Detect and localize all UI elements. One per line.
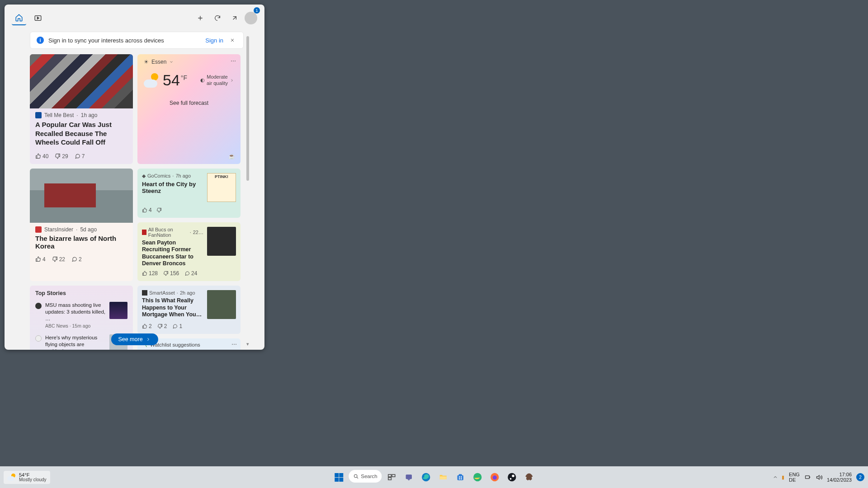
location-dropdown-icon[interactable]: [169, 60, 174, 64]
forecast-arrow-icon[interactable]: [230, 78, 234, 83]
tray-overflow-button[interactable]: [773, 474, 778, 480]
expand-button[interactable]: [227, 11, 242, 25]
home-tab[interactable]: [12, 11, 26, 25]
svg-rect-10: [459, 476, 460, 478]
news-image: [30, 169, 133, 223]
tray-app-icon[interactable]: ▮: [782, 474, 784, 480]
volume-icon[interactable]: [816, 474, 822, 481]
news-card-car-recall[interactable]: Tell Me Best · 1h ago A Popular Car Was …: [30, 54, 133, 164]
info-icon: i: [37, 37, 44, 44]
svg-point-18: [512, 475, 515, 478]
svg-rect-3: [392, 474, 396, 477]
banner-close-button[interactable]: [228, 38, 237, 43]
signin-link[interactable]: Sign in: [205, 37, 223, 44]
news-card-comic[interactable]: ◆ GoComics· 7h ago Heart of the City by …: [137, 169, 241, 218]
scrollbar[interactable]: [246, 36, 249, 181]
signin-banner: i Sign in to sync your interests across …: [30, 32, 244, 49]
taskbar-weather-widget[interactable]: 54°F Mostly cloudy: [4, 471, 50, 484]
comment-button[interactable]: 2: [71, 256, 82, 263]
notification-center-button[interactable]: 2: [856, 473, 864, 481]
weather-temp: 54: [163, 71, 180, 89]
news-age: 1h ago: [81, 112, 98, 118]
scroll-down-icon[interactable]: ▾: [246, 341, 249, 347]
dislike-button[interactable]: 2: [157, 323, 167, 329]
svg-rect-20: [805, 475, 809, 478]
app-button[interactable]: [522, 470, 537, 484]
see-more-button[interactable]: See more: [111, 333, 158, 345]
like-button[interactable]: 2: [142, 323, 152, 329]
weather-icon-small: ☀: [144, 59, 149, 65]
news-card-mortgage[interactable]: SmartAsset· 2h ago This Is What Really H…: [137, 286, 241, 334]
comment-button[interactable]: 24: [184, 270, 197, 277]
svg-rect-8: [458, 475, 463, 480]
top-stories-heading: Top Stories: [35, 290, 127, 296]
steam-button[interactable]: [505, 470, 519, 484]
like-button[interactable]: 4: [142, 207, 152, 213]
profile-avatar[interactable]: 1: [245, 12, 257, 24]
air-quality-1: Moderate: [207, 74, 227, 80]
dislike-button[interactable]: 22: [52, 256, 65, 263]
news-thumbnail: [207, 227, 236, 256]
svg-point-19: [510, 478, 512, 480]
news-title: The bizarre laws of North Korea: [30, 233, 133, 253]
svg-point-16: [493, 475, 497, 479]
watchlist-menu-button[interactable]: ⋯: [231, 341, 237, 347]
see-full-forecast-link[interactable]: See full forecast: [144, 100, 234, 106]
start-button[interactable]: [331, 470, 346, 484]
search-icon: [353, 474, 359, 479]
top-story-item[interactable]: MSU mass shooting live updates: 3 studen…: [35, 299, 127, 332]
comic-thumbnail: PTINK!: [207, 173, 236, 202]
svg-rect-12: [459, 479, 460, 480]
edge-canary-button[interactable]: [471, 470, 485, 484]
air-quality-2: air quality: [207, 80, 228, 86]
windows-logo-icon: [335, 473, 343, 482]
source-logo-icon: [142, 290, 147, 296]
chat-button[interactable]: [402, 470, 416, 484]
source-logo-icon: [35, 226, 42, 233]
news-title: Heart of the City by Steenz: [142, 181, 203, 194]
weather-card[interactable]: ☀ Essen ⋯ 54 °F ◐ Moderate air: [137, 54, 241, 164]
edge-browser-button[interactable]: [419, 470, 434, 484]
weather-location: Essen: [151, 59, 166, 65]
add-widget-button[interactable]: [193, 11, 208, 25]
dislike-button[interactable]: 29: [55, 153, 68, 160]
network-icon[interactable]: [804, 474, 811, 481]
firefox-button[interactable]: [488, 470, 502, 484]
profile-badge: 1: [254, 7, 260, 14]
widgets-panel: 1 i Sign in to sync your interests acros…: [5, 5, 264, 350]
language-switcher[interactable]: ENG DE: [789, 472, 800, 483]
news-card-payton[interactable]: All Bucs on FanNation· 22… Sean Payton R…: [137, 222, 241, 282]
comment-button[interactable]: 1: [172, 323, 182, 329]
dislike-button[interactable]: 156: [163, 270, 179, 277]
comment-button[interactable]: 7: [75, 153, 85, 160]
task-view-button[interactable]: [385, 470, 399, 484]
like-button[interactable]: 4: [35, 256, 46, 263]
weather-menu-button[interactable]: ⋯: [231, 58, 236, 64]
svg-rect-11: [461, 476, 462, 478]
banner-text: Sign in to sync your interests across de…: [48, 37, 164, 44]
taskbar-search[interactable]: Search: [349, 470, 382, 483]
svg-point-17: [508, 473, 516, 481]
microsoft-store-button[interactable]: [453, 470, 468, 484]
news-source: Tell Me Best: [44, 112, 74, 118]
refresh-button[interactable]: [210, 11, 225, 25]
story-thumbnail: [109, 302, 127, 319]
svg-point-14: [474, 473, 482, 481]
like-button[interactable]: 40: [35, 153, 48, 160]
svg-rect-2: [388, 474, 392, 477]
dislike-button[interactable]: [156, 207, 162, 213]
like-button[interactable]: 128: [142, 270, 158, 277]
panel-header: 1: [5, 5, 264, 32]
panel-scroll-area[interactable]: i Sign in to sync your interests across …: [5, 32, 264, 350]
svg-rect-9: [459, 474, 462, 475]
news-card-north-korea[interactable]: StarsInsider· 5d ago The bizarre laws of…: [30, 169, 133, 282]
source-logo-icon: [35, 303, 42, 309]
weather-unit: °F: [181, 74, 187, 81]
news-title: This Is What Really Happens to Your Mort…: [142, 297, 203, 319]
weather-icon: [7, 473, 16, 482]
source-logo-icon: [142, 230, 146, 235]
taskbar-clock[interactable]: 17:06 14/02/2023: [827, 472, 852, 483]
video-tab[interactable]: [31, 11, 45, 25]
file-explorer-button[interactable]: [436, 470, 451, 484]
source-logo-icon: ◆: [142, 173, 146, 179]
